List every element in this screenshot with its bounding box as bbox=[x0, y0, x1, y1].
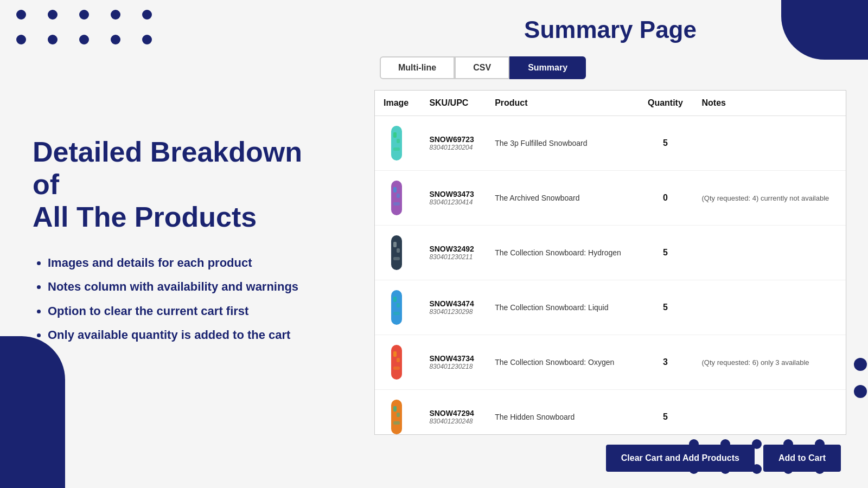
cell-product-4: The Collection Snowboard: Oxygen bbox=[486, 335, 637, 390]
svg-rect-21 bbox=[393, 406, 397, 412]
svg-rect-10 bbox=[397, 248, 400, 253]
svg-rect-4 bbox=[391, 181, 402, 215]
cell-image-5 bbox=[375, 390, 420, 435]
table-row: SNOW47294 830401230248 The Hidden Snowbo… bbox=[375, 390, 846, 435]
table-row: SNOW32492 830401230211 The Collection Sn… bbox=[375, 226, 846, 280]
cell-image-0 bbox=[375, 116, 420, 171]
tab-summary[interactable]: Summary bbox=[509, 56, 586, 79]
tab-csv[interactable]: CSV bbox=[455, 56, 509, 79]
cell-image-3 bbox=[375, 280, 420, 335]
cell-notes-5 bbox=[693, 390, 846, 435]
svg-rect-22 bbox=[397, 413, 400, 417]
col-header-notes: Notes bbox=[693, 91, 846, 116]
products-table: Image SKU/UPC Product Quantity Notes SNO… bbox=[375, 91, 846, 435]
cell-sku-5: SNOW47294 830401230248 bbox=[420, 390, 486, 435]
svg-rect-1 bbox=[393, 132, 397, 138]
svg-rect-11 bbox=[393, 257, 400, 260]
svg-rect-23 bbox=[393, 421, 400, 425]
table-row: SNOW69723 830401230204 The 3p Fulfilled … bbox=[375, 116, 846, 171]
cell-sku-0: SNOW69723 830401230204 bbox=[420, 116, 486, 171]
clear-cart-button[interactable]: Clear Cart and Add Products bbox=[606, 445, 755, 472]
svg-rect-7 bbox=[393, 202, 400, 206]
table-header-row: Image SKU/UPC Product Quantity Notes bbox=[375, 91, 846, 116]
products-table-container: Image SKU/UPC Product Quantity Notes SNO… bbox=[374, 90, 846, 435]
svg-rect-16 bbox=[391, 345, 402, 380]
cell-product-0: The 3p Fulfilled Snowboard bbox=[486, 116, 637, 171]
table-row: SNOW43734 830401230218 The Collection Sn… bbox=[375, 335, 846, 390]
add-to-cart-button[interactable]: Add to Cart bbox=[763, 445, 841, 472]
bullet-item-4: Only available quantity is added to the … bbox=[48, 328, 336, 343]
cell-image-1 bbox=[375, 171, 420, 226]
cell-quantity-2: 5 bbox=[637, 226, 693, 280]
cell-product-2: The Collection Snowboard: Hydrogen bbox=[486, 226, 637, 280]
cell-notes-4: (Qty requested: 6) only 3 available bbox=[693, 335, 846, 390]
cell-notes-0 bbox=[693, 116, 846, 171]
cell-image-2 bbox=[375, 226, 420, 280]
feature-list: Images and details for each product Note… bbox=[33, 255, 336, 352]
col-header-sku: SKU/UPC bbox=[420, 91, 486, 116]
tab-group: Multi-line CSV Summary bbox=[380, 56, 586, 79]
table-row: SNOW93473 830401230414 The Archived Snow… bbox=[375, 171, 846, 226]
cell-sku-4: SNOW43734 830401230218 bbox=[420, 335, 486, 390]
table-row: SNOW43474 830401230298 The Collection Sn… bbox=[375, 280, 846, 335]
cell-notes-3 bbox=[693, 280, 846, 335]
svg-rect-15 bbox=[393, 312, 400, 315]
tab-multi-line[interactable]: Multi-line bbox=[380, 56, 455, 79]
cell-quantity-1: 0 bbox=[637, 171, 693, 226]
svg-rect-9 bbox=[393, 242, 397, 247]
action-row: Clear Cart and Add Products Add to Cart bbox=[374, 445, 846, 472]
cell-notes-2 bbox=[693, 226, 846, 280]
svg-rect-2 bbox=[397, 139, 400, 143]
cell-quantity-0: 5 bbox=[637, 116, 693, 171]
svg-rect-14 bbox=[397, 303, 400, 307]
svg-rect-13 bbox=[393, 297, 397, 302]
cell-sku-2: SNOW32492 830401230211 bbox=[420, 226, 486, 280]
svg-rect-6 bbox=[397, 194, 400, 198]
cell-product-1: The Archived Snowboard bbox=[486, 171, 637, 226]
col-header-quantity: Quantity bbox=[637, 91, 693, 116]
cell-quantity-5: 5 bbox=[637, 390, 693, 435]
cell-product-3: The Collection Snowboard: Liquid bbox=[486, 280, 637, 335]
col-header-product: Product bbox=[486, 91, 637, 116]
cell-sku-1: SNOW93473 830401230414 bbox=[420, 171, 486, 226]
cell-quantity-4: 3 bbox=[637, 335, 693, 390]
page-title: Summary Page bbox=[524, 16, 697, 43]
svg-rect-12 bbox=[391, 290, 402, 325]
svg-rect-8 bbox=[391, 235, 402, 270]
svg-rect-0 bbox=[391, 126, 402, 160]
bullet-item-3: Option to clear the current cart first bbox=[48, 304, 336, 319]
svg-rect-5 bbox=[393, 187, 397, 192]
bullet-item-2: Notes column with availability and warni… bbox=[48, 279, 336, 295]
cell-image-4 bbox=[375, 335, 420, 390]
cell-product-5: The Hidden Snowboard bbox=[486, 390, 637, 435]
bullet-item-1: Images and details for each product bbox=[48, 255, 336, 271]
svg-rect-3 bbox=[393, 147, 400, 151]
col-header-image: Image bbox=[375, 91, 420, 116]
cell-notes-1: (Qty requested: 4) currently not availab… bbox=[693, 171, 846, 226]
left-panel: Detailed Breakdown of All The Products I… bbox=[0, 0, 358, 488]
cell-quantity-3: 5 bbox=[637, 280, 693, 335]
cell-sku-3: SNOW43474 830401230298 bbox=[420, 280, 486, 335]
svg-rect-18 bbox=[397, 358, 400, 362]
svg-rect-19 bbox=[393, 367, 400, 370]
svg-rect-17 bbox=[393, 351, 397, 357]
main-heading: Detailed Breakdown of All The Products bbox=[33, 136, 336, 233]
right-panel: Summary Page Multi-line CSV Summary Imag… bbox=[358, 0, 868, 488]
svg-rect-20 bbox=[391, 400, 402, 434]
